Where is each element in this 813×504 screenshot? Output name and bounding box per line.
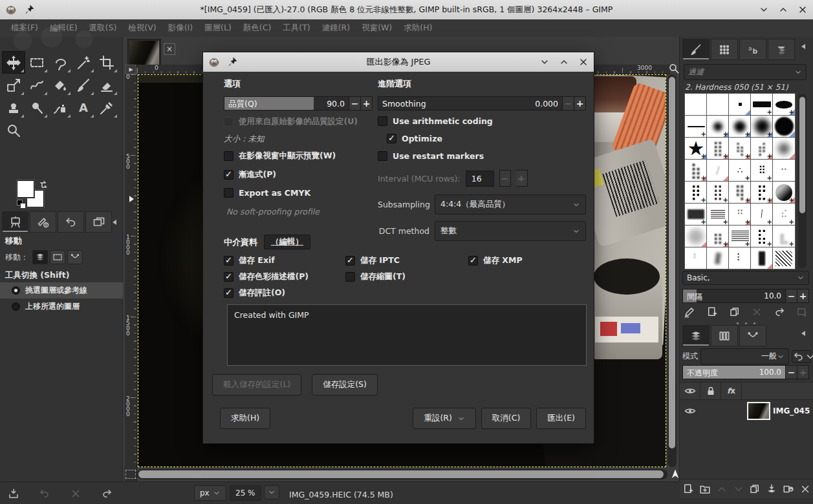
open-brush-as-image-button[interactable] [795,306,809,319]
save-tool-options-button[interactable] [8,488,19,499]
bucket-fill-tool[interactable] [49,74,72,96]
brush-cell[interactable]: ⠿+ [751,160,773,181]
lock-column-icon[interactable] [700,383,721,399]
vertical-scrollbar[interactable] [667,74,677,467]
delete-brush-button[interactable] [750,306,764,319]
toolbox-dock-menu-button[interactable] [110,218,119,227]
lower-layer-button[interactable] [732,483,746,496]
reset-tool-options-button[interactable] [101,488,113,499]
progressive-checkbox[interactable]: 漸進式(P) [224,169,373,180]
add-mask-button[interactable] [781,483,796,496]
brush-cell[interactable] [773,247,795,269]
metadata-checkbox[interactable]: 儲存 XMP [468,253,585,269]
brush-cell[interactable] [773,116,795,137]
crop-tool[interactable] [95,51,118,74]
merge-down-button[interactable] [764,483,779,496]
brush-cell[interactable] [751,247,773,269]
brush-cell[interactable]: ⠃ [685,247,707,269]
fuzzy-select-tool[interactable] [72,51,95,74]
brushes-tab[interactable] [682,39,710,60]
opacity-decrease-button[interactable]: − [786,365,797,379]
fx-column-icon[interactable]: fx [721,383,742,399]
menu-選取[interactable]: 選取(S) [83,20,123,36]
menu-編輯[interactable]: 編輯(E) [44,20,83,36]
horizontal-scrollbar[interactable] [137,469,667,479]
new-layer-button[interactable] [681,483,695,496]
brush-cell[interactable]: ⁄+ [751,204,773,225]
foreground-color-swatch[interactable] [17,180,34,198]
show-preview-checkbox[interactable]: 在影像視窗中顯示預覽(W) [224,151,373,162]
brush-cell[interactable]: + [707,116,729,137]
brush-cell[interactable]: + [729,116,751,137]
brush-cell[interactable]: + [685,204,707,225]
text-tool[interactable]: A [72,96,95,119]
reset-button[interactable]: 重設(R) [413,408,475,429]
metadata-checkbox[interactable]: 儲存評註(O) [224,285,345,301]
brush-cell[interactable]: ⣯+ [751,226,773,247]
eraser-tool[interactable] [95,74,118,96]
brush-cell[interactable]: + [773,182,795,203]
layers-dock-menu-button[interactable] [799,329,808,338]
dialog-minimize-button[interactable] [539,57,550,67]
menu-影像[interactable]: 影像(I) [162,20,199,36]
smoothing-slider[interactable]: Smoothing 0.000 − + [378,96,586,110]
brush-cell[interactable]: ⠮+ [773,204,795,225]
brush-cell[interactable]: ⣟+ [751,182,773,203]
duplicate-brush-button[interactable] [728,306,742,319]
brush-cell[interactable]: ⡿+ [685,182,707,203]
interval-decrease-button[interactable]: − [499,170,511,187]
delete-tool-options-button[interactable] [70,488,81,499]
brush-cell[interactable]: ∴+ [729,160,751,181]
menu-檔案[interactable]: 檔案(F) [5,20,44,36]
comment-input[interactable]: Created with GIMP [227,304,587,366]
paths-tab[interactable] [739,325,766,346]
default-colors-icon[interactable] [17,200,26,209]
brush-cell[interactable] [707,247,729,269]
delete-layer-button[interactable] [798,483,812,496]
edit-brush-button[interactable] [682,306,697,319]
layer-row[interactable]: IMG_045 [680,400,813,422]
new-layer-group-button[interactable] [698,483,712,496]
brush-cell[interactable]: + [751,116,773,137]
spacing-increase-button[interactable]: + [797,289,809,303]
move-selection-mode[interactable] [50,250,65,264]
unit-select[interactable]: px [194,485,226,501]
duplicate-layer-button[interactable] [748,483,762,496]
image-tab-close-button[interactable]: × [164,43,175,55]
dialog-close-button[interactable] [578,57,589,67]
brush-cell[interactable] [685,226,707,247]
zoom-image-icon[interactable] [668,63,679,74]
menu-求助[interactable]: 求助(H) [398,20,438,36]
load-defaults-button[interactable]: 載入儲存的設定(L) [212,374,301,395]
brush-tag-select[interactable]: Basic, [682,271,809,285]
layer-mode-select[interactable]: 一般 [700,348,789,364]
brush-cell[interactable]: ⢷+ [729,138,751,159]
visibility-column-icon[interactable] [680,383,700,399]
interval-increase-button[interactable]: + [516,170,528,187]
save-defaults-button[interactable]: 儲存設定(S) [312,374,378,395]
raise-layer-button[interactable] [715,483,729,496]
brush-cell[interactable]: ⣆+ [773,226,795,247]
images-tab[interactable] [85,211,112,233]
brush-cell[interactable]: + [685,116,707,137]
arithmetic-coding-checkbox[interactable]: Use arithmetic coding [378,116,586,126]
brush-cell[interactable]: ∕ [707,160,729,181]
metadata-checkbox[interactable]: 儲存 IPTC [345,253,468,269]
restart-markers-checkbox[interactable]: Use restart markers [378,151,586,161]
move-layer-mode[interactable] [32,250,48,264]
metadata-checkbox[interactable]: 儲存 Exif [224,253,345,269]
quality-increase-button[interactable]: + [361,96,373,110]
subsampling-select[interactable]: 4:4:4（最高品質） [435,194,586,215]
device-status-tab[interactable] [30,211,56,233]
move-option-radio[interactable]: 上移所選的圖層 [0,299,123,315]
close-button[interactable] [797,5,808,15]
brush-filter-input[interactable]: 過濾 [684,64,807,80]
zoom-select-button[interactable] [264,485,279,499]
fg-bg-color-widget[interactable] [17,180,56,211]
brush-cell[interactable]: + [751,94,773,115]
brush-cell[interactable]: + [729,226,751,247]
layer-thumbnail[interactable] [747,402,770,420]
menu-工具[interactable]: 工具(T) [277,20,316,36]
spacing-decrease-button[interactable]: − [786,289,797,303]
layer-opacity-slider[interactable]: 不透明度 100.0 − + [682,365,809,379]
